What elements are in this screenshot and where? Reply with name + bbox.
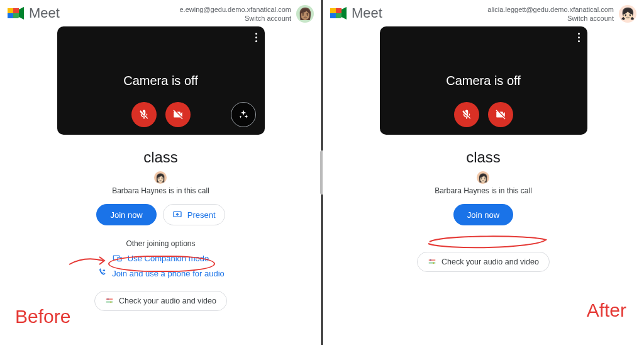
svg-rect-4 (8, 13, 13, 18)
sliders-icon (428, 257, 436, 266)
in-call-text: Barbara Haynes is in this call (435, 186, 532, 195)
account-avatar[interactable]: 👩🏽 (296, 5, 314, 23)
camera-status-text: Camera is off (446, 74, 521, 88)
join-now-button[interactable]: Join now (453, 204, 513, 225)
phone-audio-link[interactable]: Join and use a phone for audio (97, 268, 225, 278)
microphone-toggle-button[interactable] (131, 102, 157, 127)
account-email: alicia.leggett@gedu.demo.xfanatical.com (487, 5, 614, 14)
sliders-icon (105, 297, 114, 305)
account-email: e.ewing@gedu.demo.xfanatical.com (180, 5, 292, 14)
switch-account-link[interactable]: Switch account (180, 14, 292, 23)
video-preview-tile: Camera is off (380, 26, 587, 135)
account-area: alicia.leggett@gedu.demo.xfanatical.com … (487, 5, 636, 23)
mic-off-icon (138, 109, 150, 120)
join-now-button[interactable]: Join now (96, 204, 156, 225)
camera-off-icon (495, 109, 506, 120)
brand: Meet (330, 5, 382, 21)
more-options-button[interactable] (578, 33, 580, 42)
camera-toggle-button[interactable] (165, 102, 191, 127)
sparkle-icon (238, 109, 249, 120)
meet-logo-icon (8, 6, 25, 21)
camera-status-text: Camera is off (123, 74, 198, 88)
svg-marker-3 (19, 7, 24, 20)
companion-icon (113, 253, 123, 263)
visual-effects-button[interactable] (231, 102, 256, 127)
companion-mode-link[interactable]: Use Companion mode (113, 253, 209, 263)
present-icon (172, 210, 182, 220)
check-audio-video-button[interactable]: Check your audio and video (94, 291, 227, 311)
brand-name: Meet (352, 5, 382, 21)
present-button[interactable]: Present (163, 204, 225, 225)
svg-marker-15 (341, 7, 347, 20)
other-options-title: Other joining options (126, 239, 195, 248)
account-avatar[interactable]: 👧🏻 (619, 5, 636, 23)
svg-rect-1 (8, 8, 13, 13)
svg-rect-7 (118, 257, 121, 261)
check-audio-video-button[interactable]: Check your audio and video (417, 252, 550, 272)
svg-rect-2 (13, 8, 19, 13)
mic-off-icon (461, 109, 472, 120)
brand: Meet (8, 5, 60, 21)
meet-logo-icon (330, 6, 348, 21)
more-options-button[interactable] (255, 33, 257, 42)
account-area: e.ewing@gedu.demo.xfanatical.com Switch … (180, 5, 314, 23)
meeting-name: class (143, 149, 178, 166)
svg-rect-13 (330, 8, 336, 13)
phone-icon (97, 268, 107, 278)
before-pane: Meet e.ewing@gedu.demo.xfanatical.com Sw… (0, 0, 321, 345)
svg-rect-16 (330, 13, 336, 18)
after-label-annotation: After (587, 300, 626, 321)
brand-name: Meet (29, 5, 60, 21)
camera-off-icon (172, 109, 184, 120)
in-call-text: Barbara Haynes is in this call (112, 186, 209, 195)
participant-avatar: 👩🏻 (477, 171, 489, 184)
after-pane: Meet alicia.leggett@gedu.demo.xfanatical… (323, 0, 644, 345)
video-preview-tile: Camera is off (57, 26, 265, 135)
meeting-name: class (466, 149, 501, 166)
participant-avatar: 👩🏻 (154, 171, 167, 184)
svg-rect-14 (336, 8, 341, 13)
microphone-toggle-button[interactable] (454, 102, 479, 127)
camera-toggle-button[interactable] (488, 102, 513, 127)
switch-account-link[interactable]: Switch account (487, 14, 614, 23)
